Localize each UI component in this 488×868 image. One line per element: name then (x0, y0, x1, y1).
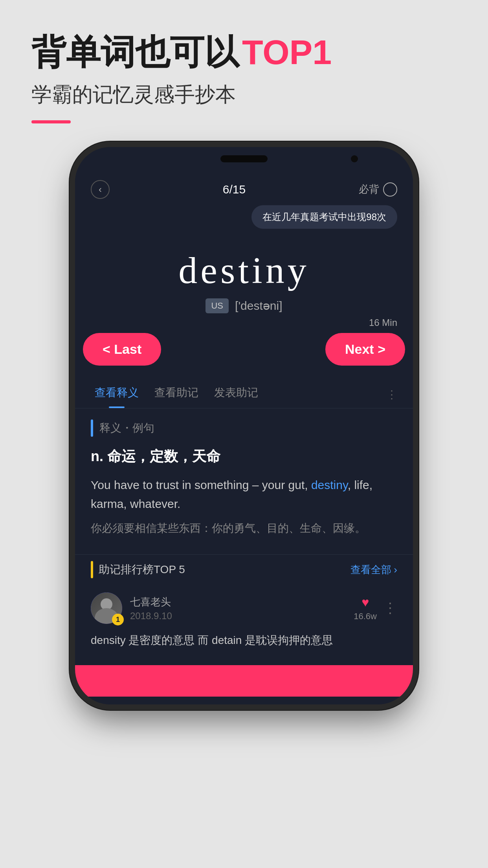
main-headline: 背单词也可以 TOP1 (31, 31, 457, 73)
section-title: 释义・例句 (99, 421, 154, 436)
section-indicator-blue (91, 419, 93, 437)
like-area[interactable]: ♥ 16.6w (354, 595, 377, 622)
phone-screen: ‹ 6/15 必背 在近几年真题考试中出现98次 destiny (75, 171, 413, 697)
card-header: 1 七喜老头 2018.9.10 ♥ 16.6w (91, 592, 397, 624)
like-count: 16.6w (354, 611, 377, 622)
headline-top1: TOP1 (242, 31, 332, 73)
last-label: < Last (103, 342, 141, 357)
sub-headline: 学霸的记忆灵感手抄本 (31, 81, 457, 108)
badge-number: 1 (112, 614, 124, 625)
bottom-pink-strip (75, 665, 413, 697)
last-button[interactable]: < Last (83, 333, 161, 366)
tooltip-box: 在近几年真题考试中出现98次 (251, 205, 397, 229)
phone-speaker (220, 155, 268, 162)
must-memorize-label: 必背 (359, 182, 379, 196)
tooltip-text: 在近几年真题考试中出现98次 (262, 211, 386, 222)
must-memorize-circle (383, 182, 397, 197)
back-icon: ‹ (99, 184, 102, 195)
next-label: Next > (345, 342, 385, 357)
tab-bar: 查看释义 查看助记 发表助记 ⋮ (75, 375, 413, 408)
phone-camera (351, 155, 358, 162)
word-area: destiny US ['destəni] (75, 237, 413, 321)
red-line-decoration (31, 120, 71, 123)
example-en-highlight: destiny (311, 478, 348, 491)
definition-main: n. 命运，定数，天命 (91, 447, 397, 466)
phonetic-text: ['destəni] (235, 299, 282, 313)
tab-post-mnemonic[interactable]: 发表助记 (206, 381, 266, 408)
phone-bottom (75, 697, 413, 704)
avatar-wrapper: 1 (91, 592, 122, 624)
nav-counter: 6/15 (223, 183, 246, 196)
mnemonic-title-area: 助记排行榜TOP 5 (91, 561, 185, 578)
word-phonetic: US ['destəni] (91, 298, 397, 313)
username: 七喜老头 (130, 595, 346, 609)
tab-see-mnemonic[interactable]: 查看助记 (147, 381, 206, 408)
card-content: density 是密度的意思 而 detain 是耽误拘押的意思 (91, 630, 397, 649)
definition-area: n. 命运，定数，天命 You have to trust in somethi… (75, 443, 413, 547)
phone-device: ‹ 6/15 必背 在近几年真题考试中出现98次 destiny (75, 147, 413, 705)
definition-section-label: 释义・例句 (75, 408, 413, 443)
mnemonic-title: 助记排行榜TOP 5 (99, 562, 185, 577)
must-memorize-area[interactable]: 必背 (359, 182, 397, 197)
see-all-button[interactable]: 查看全部 › (350, 563, 397, 577)
mnemonic-header: 助记排行榜TOP 5 查看全部 › (75, 554, 413, 585)
yellow-indicator (91, 561, 93, 578)
phone-top-bar (75, 147, 413, 171)
example-en-before: You have to trust in something – your gu… (91, 478, 311, 491)
time-label: 16 Min (369, 317, 397, 328)
us-badge: US (205, 298, 229, 313)
nav-bar: ‹ 6/15 必背 (75, 171, 413, 205)
mnemonic-card: 1 七喜老头 2018.9.10 ♥ 16.6w (75, 585, 413, 657)
back-button[interactable]: ‹ (91, 180, 110, 199)
see-all-label: 查看全部 (350, 563, 391, 577)
card-user-info: 七喜老头 2018.9.10 (130, 595, 346, 622)
headline-text: 背单词也可以 (31, 31, 239, 73)
top-text-area: 背单词也可以 TOP1 学霸的记忆灵感手抄本 (0, 0, 488, 139)
heart-icon: ♥ (361, 595, 369, 610)
tab-see-definition[interactable]: 查看释义 (87, 381, 147, 408)
nav-buttons-area: 16 Min < Last Next > (75, 321, 413, 375)
card-actions: ♥ 16.6w ⋮ (354, 595, 397, 622)
example-en: You have to trust in something – your gu… (91, 476, 397, 513)
post-date: 2018.9.10 (130, 611, 346, 622)
word-english: destiny (91, 248, 397, 292)
next-button[interactable]: Next > (325, 333, 405, 366)
tab-more-icon[interactable]: ⋮ (382, 384, 401, 405)
page-background: 背单词也可以 TOP1 学霸的记忆灵感手抄本 ‹ 6/15 (0, 0, 488, 868)
chevron-right-icon: › (394, 564, 397, 576)
example-zh: 你必须要相信某些东西：你的勇气、目的、生命、因缘。 (91, 520, 397, 537)
mnemonic-section: 助记排行榜TOP 5 查看全部 › (75, 554, 413, 657)
tooltip-area: 在近几年真题考试中出现98次 (75, 205, 413, 237)
more-options-icon[interactable]: ⋮ (383, 600, 397, 616)
phone-wrapper: ‹ 6/15 必背 在近几年真题考试中出现98次 destiny (0, 139, 488, 705)
